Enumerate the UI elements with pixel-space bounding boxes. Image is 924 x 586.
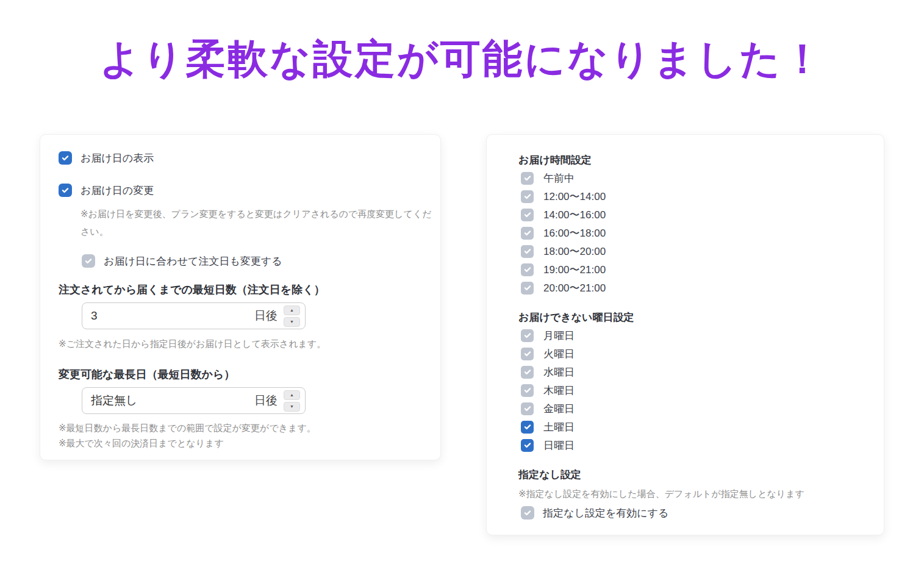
time-option-row: 20:00〜21:00 xyxy=(521,281,865,295)
checkbox-label: 土曜日 xyxy=(543,420,575,434)
weekday-options-list: 月曜日 火曜日 水曜日 木曜日 金曜日 土曜日 日曜日 xyxy=(521,329,865,452)
time-option-row: 午前中 xyxy=(521,171,865,185)
weekday-fri-checkbox[interactable] xyxy=(521,402,534,415)
time-18-20-checkbox[interactable] xyxy=(521,245,534,258)
time-19-21-checkbox[interactable] xyxy=(521,263,534,276)
weekday-wed-checkbox[interactable] xyxy=(521,366,534,379)
time-option-row: 12:00〜14:00 xyxy=(521,190,865,203)
delivery-date-settings-card: お届け日の表示 お届け日の変更 ※お届け日を変更後、プラン変更をすると変更はクリ… xyxy=(40,134,441,460)
max-days-notes: ※最短日数から最長日数までの範囲で設定が変更ができます。 ※最大で次々回の決済日… xyxy=(59,420,422,451)
max-days-field: 日後 ▲ ▼ xyxy=(82,387,306,414)
weekday-option-row: 金曜日 xyxy=(521,402,865,415)
change-delivery-date-row: お届け日の変更 xyxy=(59,183,422,198)
check-icon xyxy=(84,257,93,265)
max-days-spinner: ▲ ▼ xyxy=(284,390,300,412)
min-days-label: 注文されてから届くまでの最短日数（注文日を除く） xyxy=(59,282,422,298)
time-section-heading: お届け時間設定 xyxy=(518,153,865,168)
spinner-up-icon[interactable]: ▲ xyxy=(284,306,300,315)
change-delivery-note: ※お届け日を変更後、プラン変更をすると変更はクリアされるので再度変更してください… xyxy=(81,205,434,240)
checkbox-label: 19:00〜21:00 xyxy=(543,263,606,277)
checkbox-label: お届け日の表示 xyxy=(81,151,154,165)
max-days-note-1: ※最短日数から最長日数までの範囲で設定が変更ができます。 xyxy=(59,420,422,435)
sync-order-date-row: お届け日に合わせて注文日も変更する xyxy=(82,254,422,268)
time-12-14-checkbox[interactable] xyxy=(521,190,534,203)
nospec-enable-row: 指定なし設定を有効にする xyxy=(521,506,865,520)
checkbox-label: 木曜日 xyxy=(543,384,575,398)
spinner-down-icon[interactable]: ▼ xyxy=(284,402,300,412)
check-icon xyxy=(61,154,70,162)
delivery-time-settings-card: お届け時間設定 午前中 12:00〜14:00 14:00〜16:00 16:0… xyxy=(486,134,884,535)
check-icon xyxy=(523,404,532,413)
check-icon xyxy=(61,186,70,195)
weekday-option-row: 水曜日 xyxy=(521,365,865,379)
time-20-21-checkbox[interactable] xyxy=(521,282,534,295)
nospec-section-heading: 指定なし設定 xyxy=(518,468,865,482)
nospec-enable-checkbox[interactable] xyxy=(521,506,534,520)
sync-order-date-checkbox[interactable] xyxy=(82,254,95,268)
time-option-row: 16:00〜18:00 xyxy=(521,226,865,240)
weekday-thu-checkbox[interactable] xyxy=(521,384,534,397)
max-days-input[interactable] xyxy=(91,394,254,407)
time-options-list: 午前中 12:00〜14:00 14:00〜16:00 16:00〜18:00 … xyxy=(521,171,865,295)
max-days-unit: 日後 xyxy=(254,393,278,409)
min-days-spinner: ▲ ▼ xyxy=(284,306,300,327)
nospec-note: ※指定なし設定を有効にした場合、デフォルトが指定無しとなります xyxy=(518,487,865,501)
time-option-row: 14:00〜16:00 xyxy=(521,208,865,221)
checkbox-label: 16:00〜18:00 xyxy=(543,226,606,240)
weekday-option-row: 木曜日 xyxy=(521,384,865,397)
min-days-unit: 日後 xyxy=(254,308,278,324)
check-icon xyxy=(523,386,532,395)
checkbox-label: お届け日に合わせて注文日も変更する xyxy=(104,254,282,268)
time-option-row: 18:00〜20:00 xyxy=(521,245,865,258)
checkbox-label: 20:00〜21:00 xyxy=(543,281,606,295)
checkbox-label: 指定なし設定を有効にする xyxy=(543,506,668,520)
checkbox-label: 月曜日 xyxy=(543,329,575,343)
weekday-option-row: 月曜日 xyxy=(521,329,865,342)
min-days-note: ※ご注文された日から指定日後がお届け日として表示されます。 xyxy=(59,337,422,351)
weekday-option-row: 日曜日 xyxy=(521,438,865,452)
check-icon xyxy=(523,265,532,274)
show-delivery-date-checkbox[interactable] xyxy=(59,151,72,165)
checkbox-label: 午前中 xyxy=(543,171,575,185)
check-icon xyxy=(523,331,532,340)
check-icon xyxy=(523,247,532,255)
show-delivery-date-row: お届け日の表示 xyxy=(59,151,422,165)
check-icon xyxy=(523,349,532,358)
check-icon xyxy=(523,229,532,237)
check-icon xyxy=(523,368,532,376)
check-icon xyxy=(523,284,532,292)
weekday-sat-checkbox[interactable] xyxy=(521,421,534,434)
weekday-option-row: 火曜日 xyxy=(521,347,865,360)
checkbox-label: お届け日の変更 xyxy=(81,184,154,198)
spinner-up-icon[interactable]: ▲ xyxy=(284,390,300,400)
check-icon xyxy=(523,441,532,449)
checkbox-label: 日曜日 xyxy=(543,438,575,452)
time-14-16-checkbox[interactable] xyxy=(521,209,534,221)
checkbox-label: 14:00〜16:00 xyxy=(543,208,606,222)
time-option-row: 19:00〜21:00 xyxy=(521,263,865,276)
min-days-field: 日後 ▲ ▼ xyxy=(82,302,306,329)
weekday-sun-checkbox[interactable] xyxy=(521,439,534,452)
checkbox-label: 火曜日 xyxy=(543,347,575,361)
change-delivery-date-checkbox[interactable] xyxy=(59,184,72,197)
checkbox-label: 18:00〜20:00 xyxy=(543,245,606,259)
max-days-label: 変更可能な最長日（最短日数から） xyxy=(59,366,422,382)
check-icon xyxy=(523,423,532,431)
checkbox-label: 金曜日 xyxy=(543,402,575,416)
page-title: より柔軟な設定が可能になりました！ xyxy=(0,32,924,87)
min-days-input[interactable] xyxy=(91,309,254,323)
check-icon xyxy=(523,174,532,182)
weekday-mon-checkbox[interactable] xyxy=(521,329,534,342)
weekday-option-row: 土曜日 xyxy=(521,420,865,434)
time-16-18-checkbox[interactable] xyxy=(521,227,534,240)
checkbox-label: 水曜日 xyxy=(543,365,575,379)
check-icon xyxy=(523,509,532,517)
checkbox-label: 12:00〜14:00 xyxy=(543,190,606,204)
weekday-section-heading: お届けできない曜日設定 xyxy=(518,310,865,325)
check-icon xyxy=(523,210,532,219)
time-morning-checkbox[interactable] xyxy=(521,172,534,185)
weekday-tue-checkbox[interactable] xyxy=(521,348,534,360)
max-days-note-2: ※最大で次々回の決済日までとなります xyxy=(59,435,422,451)
check-icon xyxy=(523,192,532,201)
spinner-down-icon[interactable]: ▼ xyxy=(284,317,300,327)
